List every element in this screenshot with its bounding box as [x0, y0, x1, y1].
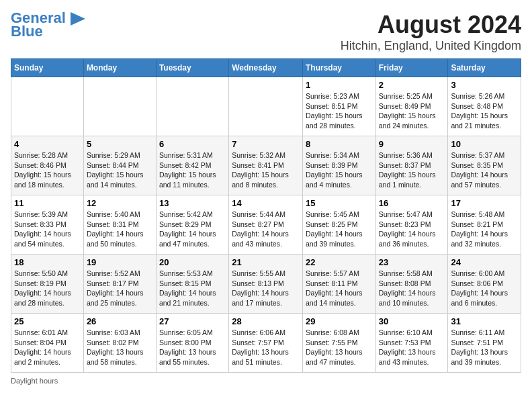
day-info: Sunrise: 5:52 AM Sunset: 8:17 PM Dayligh… — [87, 269, 153, 308]
calendar-cell: 29Sunrise: 6:08 AM Sunset: 7:55 PM Dayli… — [302, 314, 375, 373]
day-number: 31 — [451, 316, 518, 326]
calendar-cell: 5Sunrise: 5:29 AM Sunset: 8:44 PM Daylig… — [83, 136, 156, 195]
day-info: Sunrise: 5:32 AM Sunset: 8:41 PM Dayligh… — [232, 150, 300, 190]
calendar-week-row: 18Sunrise: 5:50 AM Sunset: 8:19 PM Dayli… — [11, 255, 521, 314]
day-info: Sunrise: 5:31 AM Sunset: 8:42 PM Dayligh… — [159, 150, 226, 190]
calendar-cell: 22Sunrise: 5:57 AM Sunset: 8:11 PM Dayli… — [302, 255, 375, 314]
day-number: 7 — [232, 139, 300, 149]
header-cell: Monday — [83, 59, 156, 77]
calendar-cell: 16Sunrise: 5:47 AM Sunset: 8:23 PM Dayli… — [375, 195, 448, 255]
day-info: Sunrise: 5:45 AM Sunset: 8:25 PM Dayligh… — [306, 210, 373, 249]
day-info: Sunrise: 6:08 AM Sunset: 7:55 PM Dayligh… — [306, 328, 373, 367]
day-info: Sunrise: 6:06 AM Sunset: 7:57 PM Dayligh… — [232, 328, 300, 367]
calendar-cell: 2Sunrise: 5:25 AM Sunset: 8:49 PM Daylig… — [375, 77, 448, 136]
day-info: Sunrise: 6:11 AM Sunset: 7:51 PM Dayligh… — [451, 328, 518, 367]
calendar-cell — [11, 77, 84, 136]
day-info: Sunrise: 5:39 AM Sunset: 8:33 PM Dayligh… — [14, 210, 81, 249]
day-info: Sunrise: 6:10 AM Sunset: 7:53 PM Dayligh… — [379, 328, 445, 367]
day-number: 30 — [379, 316, 445, 326]
day-info: Sunrise: 5:55 AM Sunset: 8:13 PM Dayligh… — [232, 269, 300, 308]
day-info: Sunrise: 5:36 AM Sunset: 8:37 PM Dayligh… — [379, 150, 445, 190]
day-number: 12 — [87, 198, 153, 208]
day-info: Sunrise: 5:34 AM Sunset: 8:39 PM Dayligh… — [306, 150, 373, 190]
day-number: 4 — [14, 139, 81, 149]
day-info: Sunrise: 5:47 AM Sunset: 8:23 PM Dayligh… — [379, 210, 445, 249]
day-info: Sunrise: 6:00 AM Sunset: 8:06 PM Dayligh… — [451, 269, 518, 308]
calendar-cell: 24Sunrise: 6:00 AM Sunset: 8:06 PM Dayli… — [448, 255, 521, 314]
day-number: 26 — [87, 316, 153, 326]
logo-blue: Blue — [11, 23, 43, 40]
day-number: 19 — [87, 257, 153, 267]
logo-arrow-icon — [71, 12, 85, 26]
calendar-cell — [83, 77, 156, 136]
day-number: 9 — [379, 139, 445, 149]
day-number: 16 — [379, 198, 445, 208]
day-info: Sunrise: 6:01 AM Sunset: 8:04 PM Dayligh… — [14, 328, 81, 367]
calendar-header: SundayMondayTuesdayWednesdayThursdayFrid… — [11, 59, 521, 77]
calendar-cell: 15Sunrise: 5:45 AM Sunset: 8:25 PM Dayli… — [302, 195, 375, 255]
day-number: 22 — [306, 257, 373, 267]
calendar-cell: 14Sunrise: 5:44 AM Sunset: 8:27 PM Dayli… — [229, 195, 303, 255]
day-info: Sunrise: 5:53 AM Sunset: 8:15 PM Dayligh… — [159, 269, 226, 308]
day-info: Sunrise: 5:44 AM Sunset: 8:27 PM Dayligh… — [232, 210, 300, 249]
day-number: 27 — [159, 316, 226, 326]
calendar-cell: 20Sunrise: 5:53 AM Sunset: 8:15 PM Dayli… — [156, 255, 228, 314]
day-number: 13 — [159, 198, 226, 208]
calendar-cell: 23Sunrise: 5:58 AM Sunset: 8:08 PM Dayli… — [375, 255, 448, 314]
calendar-cell: 9Sunrise: 5:36 AM Sunset: 8:37 PM Daylig… — [375, 136, 448, 195]
calendar-cell: 19Sunrise: 5:52 AM Sunset: 8:17 PM Dayli… — [83, 255, 156, 314]
page-subtitle: Hitchin, England, United Kingdom — [341, 39, 521, 53]
day-number: 3 — [451, 80, 518, 90]
day-number: 5 — [87, 139, 153, 149]
calendar-cell: 18Sunrise: 5:50 AM Sunset: 8:19 PM Dayli… — [11, 255, 84, 314]
calendar-cell: 8Sunrise: 5:34 AM Sunset: 8:39 PM Daylig… — [302, 136, 375, 195]
day-number: 25 — [14, 316, 81, 326]
calendar-cell: 1Sunrise: 5:23 AM Sunset: 8:51 PM Daylig… — [302, 77, 375, 136]
day-info: Sunrise: 5:50 AM Sunset: 8:19 PM Dayligh… — [14, 269, 81, 308]
calendar-cell: 26Sunrise: 6:03 AM Sunset: 8:02 PM Dayli… — [83, 314, 156, 373]
day-number: 1 — [306, 80, 373, 90]
calendar-cell: 4Sunrise: 5:28 AM Sunset: 8:46 PM Daylig… — [11, 136, 84, 195]
day-info: Sunrise: 5:28 AM Sunset: 8:46 PM Dayligh… — [14, 150, 81, 190]
day-info: Sunrise: 5:40 AM Sunset: 8:31 PM Dayligh… — [87, 210, 153, 249]
day-info: Sunrise: 5:29 AM Sunset: 8:44 PM Dayligh… — [87, 150, 153, 190]
calendar-cell: 11Sunrise: 5:39 AM Sunset: 8:33 PM Dayli… — [11, 195, 84, 255]
day-info: Sunrise: 5:42 AM Sunset: 8:29 PM Dayligh… — [159, 210, 226, 249]
day-number: 23 — [379, 257, 445, 267]
day-number: 18 — [14, 257, 81, 267]
day-number: 10 — [451, 139, 518, 149]
day-number: 15 — [306, 198, 373, 208]
calendar-body: 1Sunrise: 5:23 AM Sunset: 8:51 PM Daylig… — [11, 77, 521, 373]
calendar-cell: 3Sunrise: 5:26 AM Sunset: 8:48 PM Daylig… — [448, 77, 521, 136]
calendar-cell — [229, 77, 303, 136]
day-number: 20 — [159, 257, 226, 267]
calendar-cell: 31Sunrise: 6:11 AM Sunset: 7:51 PM Dayli… — [448, 314, 521, 373]
day-info: Sunrise: 5:48 AM Sunset: 8:21 PM Dayligh… — [451, 210, 518, 249]
day-number: 14 — [232, 198, 300, 208]
calendar-week-row: 1Sunrise: 5:23 AM Sunset: 8:51 PM Daylig… — [11, 77, 521, 136]
calendar-cell: 6Sunrise: 5:31 AM Sunset: 8:42 PM Daylig… — [156, 136, 228, 195]
day-info: Sunrise: 6:03 AM Sunset: 8:02 PM Dayligh… — [87, 328, 153, 367]
header-cell: Thursday — [302, 59, 375, 77]
calendar-cell: 28Sunrise: 6:06 AM Sunset: 7:57 PM Dayli… — [229, 314, 303, 373]
calendar-cell: 17Sunrise: 5:48 AM Sunset: 8:21 PM Dayli… — [448, 195, 521, 255]
calendar-cell: 10Sunrise: 5:37 AM Sunset: 8:35 PM Dayli… — [448, 136, 521, 195]
calendar-cell: 13Sunrise: 5:42 AM Sunset: 8:29 PM Dayli… — [156, 195, 228, 255]
day-info: Sunrise: 5:23 AM Sunset: 8:51 PM Dayligh… — [306, 91, 373, 131]
day-info: Sunrise: 5:57 AM Sunset: 8:11 PM Dayligh… — [306, 269, 373, 308]
logo: General Blue — [11, 11, 85, 40]
day-number: 6 — [159, 139, 226, 149]
day-info: Sunrise: 5:58 AM Sunset: 8:08 PM Dayligh… — [379, 269, 445, 308]
day-number: 17 — [451, 198, 518, 208]
svg-marker-0 — [71, 12, 85, 26]
calendar-cell — [156, 77, 228, 136]
calendar-cell: 25Sunrise: 6:01 AM Sunset: 8:04 PM Dayli… — [11, 314, 84, 373]
calendar-week-row: 25Sunrise: 6:01 AM Sunset: 8:04 PM Dayli… — [11, 314, 521, 373]
page-header: General Blue August 2024 Hitchin, Englan… — [11, 11, 521, 53]
day-info: Sunrise: 5:37 AM Sunset: 8:35 PM Dayligh… — [451, 150, 518, 190]
header-cell: Wednesday — [229, 59, 303, 77]
header-row: SundayMondayTuesdayWednesdayThursdayFrid… — [11, 59, 521, 77]
day-number: 29 — [306, 316, 373, 326]
day-number: 24 — [451, 257, 518, 267]
footer: Daylight hours — [11, 377, 521, 385]
